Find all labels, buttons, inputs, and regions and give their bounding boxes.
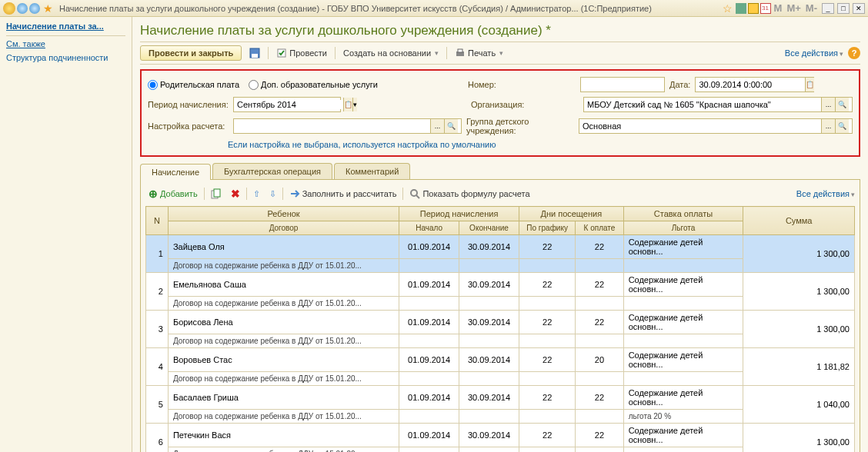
- col-start[interactable]: Начало: [399, 221, 459, 235]
- calendar-icon[interactable]: 31: [760, 3, 771, 14]
- svg-point-7: [411, 190, 417, 196]
- create-based-button[interactable]: Создать на основании: [340, 47, 442, 59]
- number-field[interactable]: [580, 77, 665, 92]
- tab-accounting[interactable]: Бухгалтерская операция: [212, 163, 332, 179]
- copy-button[interactable]: [208, 187, 225, 201]
- col-child[interactable]: Ребенок: [168, 207, 399, 221]
- col-rate[interactable]: Ставка оплаты: [623, 207, 743, 221]
- form-area: Родительская плата Доп. образовательные …: [140, 69, 860, 157]
- radio-parent-fee[interactable]: Родительская плата: [148, 80, 239, 90]
- page-title: Начисление платы за услуги дошкольного у…: [140, 23, 860, 38]
- org-field[interactable]: ...🔍: [583, 97, 853, 112]
- command-bar: Провести и закрыть Провести Создать на о…: [140, 42, 860, 65]
- org-search-icon[interactable]: 🔍: [835, 98, 849, 111]
- forward-icon[interactable]: [29, 3, 40, 14]
- add-button[interactable]: ⊕Добавить: [145, 186, 201, 201]
- calc-icon[interactable]: [748, 3, 759, 14]
- print-label: Печать: [468, 48, 496, 58]
- col-days[interactable]: Дни посещения: [519, 207, 623, 221]
- col-n[interactable]: N: [146, 207, 169, 235]
- minimize-button[interactable]: _: [822, 3, 834, 14]
- post-button[interactable]: Провести: [273, 46, 330, 60]
- delete-button[interactable]: ✖: [228, 186, 243, 201]
- post-label: Провести: [289, 48, 327, 58]
- zoom-mplus-icon[interactable]: M+: [785, 2, 802, 14]
- star-icon[interactable]: ☆: [723, 2, 733, 15]
- fill-calculate-button[interactable]: Заполнить и рассчитать: [286, 187, 400, 201]
- add-label: Добавить: [160, 189, 198, 198]
- number-label: Номер:: [468, 80, 576, 89]
- setting-search-icon[interactable]: 🔍: [444, 119, 458, 133]
- zoom-m-icon[interactable]: M: [773, 2, 784, 14]
- sidebar-link-main[interactable]: Начисление платы за...: [6, 22, 125, 31]
- maximize-button[interactable]: □: [837, 3, 850, 14]
- table-row[interactable]: 4Воровьев Стас01.09.201430.09.20142220Со…: [146, 348, 855, 372]
- sidebar-link-seealso[interactable]: См. также: [6, 39, 125, 48]
- table-row[interactable]: 6Петечкин Вася01.09.201430.09.20142222Со…: [146, 424, 855, 447]
- col-contract[interactable]: Договор: [168, 221, 399, 235]
- period-field[interactable]: 📋▾: [233, 97, 341, 112]
- group-label: Группа детского учреждения:: [466, 117, 574, 135]
- tab-comment[interactable]: Комментарий: [334, 163, 410, 179]
- setting-hint: Если настройка не выбрана, используется …: [228, 140, 853, 149]
- all-actions-link[interactable]: Все действия: [785, 48, 843, 58]
- close-button[interactable]: ✕: [853, 3, 865, 14]
- svg-rect-4: [458, 49, 462, 52]
- col-period[interactable]: Период начисления: [399, 207, 519, 221]
- radio-parent-fee-label: Родительская плата: [160, 80, 239, 89]
- table-row[interactable]: 3Борисова Лена01.09.201430.09.20142222Со…: [146, 311, 855, 334]
- group-field[interactable]: ...🔍: [579, 118, 853, 134]
- group-search-icon[interactable]: 🔍: [835, 119, 849, 133]
- back-icon[interactable]: [17, 3, 28, 14]
- move-up-button[interactable]: ⇧: [250, 188, 263, 201]
- col-end[interactable]: Окончание: [459, 221, 519, 235]
- radio-extra-services[interactable]: Доп. образовательные услуги: [249, 80, 378, 90]
- formula-label: Показать формулу расчета: [422, 189, 529, 198]
- col-discount[interactable]: Льгота: [623, 221, 743, 235]
- table-row[interactable]: 2Емельянова Саша01.09.201430.09.20142222…: [146, 273, 855, 297]
- tab-accrual[interactable]: Начисление: [140, 164, 211, 180]
- col-sum[interactable]: Сумма: [743, 207, 855, 235]
- table-all-actions[interactable]: Все действия: [796, 189, 855, 198]
- titlebar: ★ Начисление платы за услуги дошкольного…: [0, 0, 868, 17]
- setting-label: Настройка расчета:: [148, 121, 229, 131]
- help-icon[interactable]: ?: [848, 47, 860, 59]
- table-toolbar: ⊕Добавить ✖ ⇧ ⇩ Заполнить и рассчитать П…: [145, 184, 855, 206]
- tabs: Начисление Бухгалтерская операция Коммен…: [140, 163, 860, 179]
- org-ellipsis-icon[interactable]: ...: [821, 98, 835, 111]
- grid-icon[interactable]: [736, 3, 746, 14]
- svg-rect-6: [214, 189, 220, 197]
- print-button[interactable]: Печать: [452, 46, 506, 60]
- date-label: Дата:: [669, 80, 690, 89]
- group-ellipsis-icon[interactable]: ...: [821, 119, 835, 133]
- zoom-mminus-icon[interactable]: M-: [804, 2, 819, 14]
- setting-ellipsis-icon[interactable]: ...: [430, 119, 444, 133]
- date-field[interactable]: 📋: [695, 77, 814, 92]
- period-label: Период начисления:: [148, 100, 229, 109]
- table-row[interactable]: 5Басалаев Гриша01.09.201430.09.20142222С…: [146, 386, 855, 410]
- save-button[interactable]: [246, 46, 263, 60]
- col-pay[interactable]: К оплате: [576, 221, 623, 235]
- accrual-table: N Ребенок Период начисления Дни посещени…: [145, 206, 855, 452]
- col-schedule[interactable]: По графику: [519, 221, 575, 235]
- svg-line-8: [416, 195, 419, 198]
- window-title: Начисление платы за услуги дошкольного у…: [59, 4, 721, 13]
- svg-rect-1: [252, 54, 258, 58]
- radio-extra-services-label: Доп. образовательные услуги: [261, 80, 378, 89]
- sidebar-link-structure[interactable]: Структура подчиненности: [6, 53, 125, 62]
- post-and-close-button[interactable]: Провести и закрыть: [140, 45, 242, 61]
- period-picker-icon[interactable]: 📋: [343, 98, 352, 111]
- tab-content: ⊕Добавить ✖ ⇧ ⇩ Заполнить и рассчитать П…: [140, 179, 860, 452]
- sidebar: Начисление платы за... См. также Структу…: [0, 17, 132, 452]
- calendar-icon[interactable]: 📋: [805, 78, 814, 91]
- move-down-button[interactable]: ⇩: [266, 188, 279, 201]
- period-dd-icon[interactable]: ▾: [352, 98, 357, 111]
- show-formula-button[interactable]: Показать формулу расчета: [406, 187, 532, 201]
- app-icon: [3, 2, 15, 15]
- table-row[interactable]: 1Зайцева Оля01.09.201430.09.20142222Соде…: [146, 235, 855, 259]
- org-label: Организация:: [471, 100, 579, 109]
- fill-label: Заполнить и рассчитать: [302, 189, 397, 198]
- setting-field[interactable]: ...🔍: [233, 118, 462, 134]
- favorite-icon[interactable]: ★: [43, 2, 53, 15]
